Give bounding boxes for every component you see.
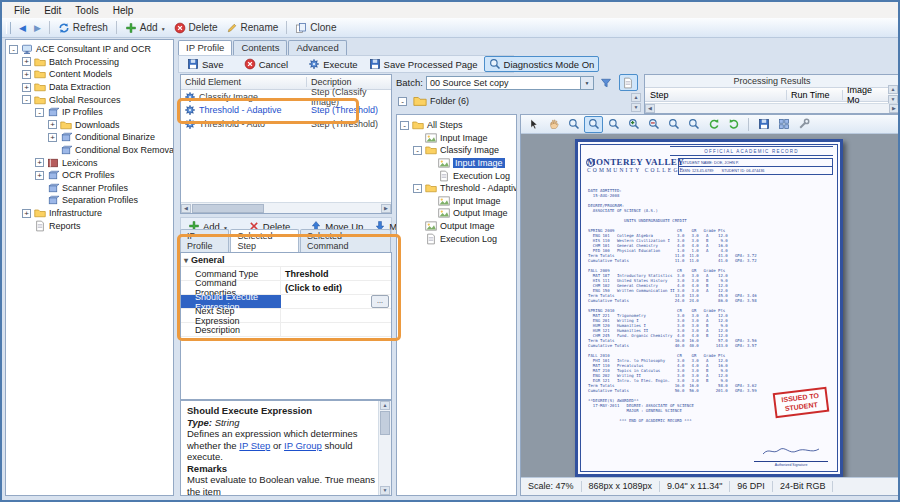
diagnostics-mode-toggle[interactable]: Diagnostics Mode On: [484, 56, 600, 72]
steps-item-threshold-adaptive[interactable]: Threshold - Adaptive: [397, 182, 516, 195]
steps-item-output-image[interactable]: Output Image: [397, 220, 516, 233]
save-button[interactable]: Save: [182, 56, 229, 72]
tree-item-scanner-profiles[interactable]: Scanner Profiles: [6, 182, 173, 195]
column-run-time[interactable]: Run Time: [787, 90, 843, 100]
viewer-tools-button[interactable]: [794, 116, 813, 133]
tree-item-batch-processing[interactable]: Batch Processing: [6, 56, 173, 69]
batch-filter-button[interactable]: [597, 74, 616, 91]
tab-ip-profile-props[interactable]: IP Profile: [180, 229, 229, 252]
results-vertical-scrollbar[interactable]: [887, 85, 899, 104]
expander-icon[interactable]: [400, 121, 409, 130]
tree-item-ip-profiles[interactable]: IP Profiles: [6, 106, 173, 119]
thumbnails-button[interactable]: [774, 116, 793, 133]
tab-selected-command[interactable]: Selected Command: [300, 229, 391, 252]
batch-folder-row[interactable]: Folder (6): [398, 93, 626, 109]
back-button[interactable]: [15, 22, 30, 34]
column-description[interactable]: Decription: [307, 77, 391, 87]
child-row-classify-image[interactable]: Classify Image Step (Classify Image): [181, 90, 391, 104]
tree-item-reports[interactable]: Reports: [6, 219, 173, 232]
child-row-threshold-adaptive[interactable]: Threshold - Adaptive Step (Threshold): [181, 104, 391, 118]
help-link-ip-step[interactable]: IP Step: [239, 440, 270, 451]
forward-button[interactable]: [30, 22, 45, 34]
tree-item-content-models[interactable]: Content Models: [6, 68, 173, 81]
browse-ellipsis-button[interactable]: ...: [371, 295, 389, 308]
scroll-up-icon[interactable]: [380, 401, 390, 410]
steps-item-classify-execution-log[interactable]: Execution Log: [397, 169, 516, 182]
rename-button[interactable]: Rename: [222, 21, 283, 35]
zoom-actual-size-button[interactable]: [664, 116, 683, 133]
expander-icon[interactable]: [22, 95, 31, 104]
tree-item-global-resources[interactable]: Global Resources: [6, 93, 173, 106]
tree-item-separation-profiles[interactable]: Separation Profiles: [6, 194, 173, 207]
steps-item-input-image[interactable]: Input Image: [397, 132, 516, 145]
pan-tool-button[interactable]: [544, 116, 563, 133]
expander-icon[interactable]: [413, 146, 422, 155]
zoom-fit-button[interactable]: [684, 116, 703, 133]
steps-item-execution-log[interactable]: Execution Log: [397, 232, 516, 245]
steps-item-all-steps[interactable]: All Steps: [397, 119, 516, 132]
tree-item-root[interactable]: ACE Consultant IP and OCR: [6, 43, 173, 56]
chevron-down-icon[interactable]: [580, 77, 593, 89]
steps-item-classify-image[interactable]: Classify Image: [397, 144, 516, 157]
tab-selected-step[interactable]: Selected Step: [230, 229, 299, 252]
zoom-region-button[interactable]: [564, 116, 583, 133]
tree-item-conditional-box-removal[interactable]: Conditional Box Removal: [6, 144, 173, 157]
tab-advanced[interactable]: Advanced: [288, 40, 346, 55]
column-child-element[interactable]: Child Element: [181, 77, 307, 87]
expander-icon[interactable]: [48, 120, 57, 129]
menu-file[interactable]: File: [7, 4, 37, 17]
expander-icon[interactable]: [413, 184, 422, 193]
property-row-next-step-expression[interactable]: Next Step Expression: [181, 309, 391, 323]
clone-button[interactable]: Clone: [291, 21, 340, 35]
delete-button[interactable]: Delete: [170, 21, 222, 35]
expander-icon[interactable]: [398, 97, 407, 106]
rotate-ccw-button[interactable]: [704, 116, 723, 133]
steps-item-threshold-input-image[interactable]: Input Image: [397, 195, 516, 208]
expander-icon[interactable]: [22, 83, 31, 92]
steps-item-classify-input-image[interactable]: Input Image: [397, 157, 516, 170]
tree-item-downloads[interactable]: Downloads: [6, 119, 173, 132]
zoom-button[interactable]: [604, 116, 623, 133]
steps-item-threshold-output-image[interactable]: Output Image: [397, 207, 516, 220]
expander-icon[interactable]: [22, 57, 31, 66]
save-image-button[interactable]: [754, 116, 773, 133]
property-value[interactable]: (Click to edit): [281, 281, 391, 294]
expander-icon[interactable]: [22, 209, 31, 218]
scrollbar-thumb[interactable]: [380, 411, 390, 435]
horizontal-scrollbar[interactable]: [181, 202, 391, 213]
save-processed-page-button[interactable]: Save Processed Page: [364, 56, 483, 72]
pointer-tool-button[interactable]: [524, 116, 543, 133]
menu-edit[interactable]: Edit: [37, 4, 68, 17]
column-image-mode[interactable]: Image Mo: [843, 85, 887, 105]
property-row-description[interactable]: Description: [181, 323, 391, 337]
zoom-in-button[interactable]: [624, 116, 643, 133]
scroll-left-icon[interactable]: [645, 104, 655, 113]
scroll-down-icon[interactable]: [631, 103, 641, 112]
cancel-button[interactable]: Cancel: [239, 56, 294, 72]
results-horizontal-scrollbar[interactable]: [645, 103, 899, 113]
batch-document-button[interactable]: [619, 74, 638, 91]
vertical-scrollbar[interactable]: [378, 401, 391, 495]
scroll-up-icon[interactable]: [631, 93, 641, 102]
expander-icon[interactable]: [48, 133, 57, 142]
expander-icon[interactable]: [22, 70, 31, 79]
scroll-down-icon[interactable]: [380, 486, 390, 495]
expander-icon[interactable]: [35, 171, 44, 180]
property-value[interactable]: [281, 309, 391, 322]
expander-icon[interactable]: [9, 45, 18, 54]
image-canvas[interactable]: OFFICIAL ACADEMIC RECORD MONTEREY VALLEY…: [521, 134, 899, 478]
scrollbar-thumb[interactable]: [192, 204, 264, 213]
property-group-general[interactable]: General: [181, 253, 391, 267]
tab-contents[interactable]: Contents: [233, 40, 287, 55]
menu-tools[interactable]: Tools: [68, 4, 105, 17]
property-value[interactable]: Threshold: [281, 267, 391, 280]
batch-combobox[interactable]: 00 Source Set copy: [426, 76, 594, 90]
tab-ip-profile[interactable]: IP Profile: [178, 40, 232, 55]
add-button[interactable]: Add: [121, 21, 170, 35]
help-link-ip-group[interactable]: IP Group: [284, 440, 322, 451]
scroll-up-icon[interactable]: [888, 85, 898, 94]
rotate-cw-button[interactable]: [724, 116, 743, 133]
expander-icon[interactable]: [35, 108, 44, 117]
scroll-left-icon[interactable]: [181, 204, 191, 213]
tree-item-infrastructure[interactable]: Infrastructure: [6, 207, 173, 220]
